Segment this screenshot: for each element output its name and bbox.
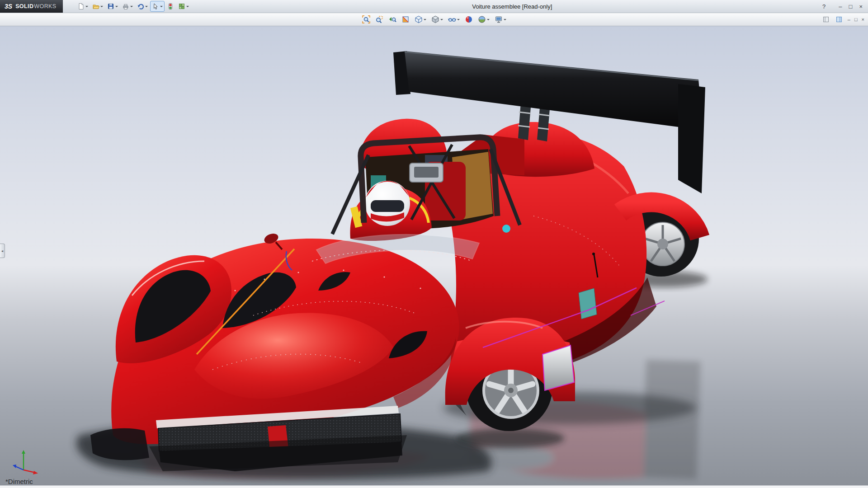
brand-works: WORKS <box>34 3 56 9</box>
view-orientation-button[interactable] <box>413 14 428 25</box>
edit-appearance-button[interactable] <box>463 14 474 25</box>
window-title: Voiture assemblee [Read-only] <box>472 3 552 10</box>
select-dropdown-icon[interactable] <box>160 6 163 9</box>
display-style-dropdown-icon[interactable] <box>440 19 443 22</box>
print-button[interactable] <box>120 1 135 12</box>
display-pane-button[interactable] <box>835 14 844 25</box>
display-pane-icon <box>836 16 842 23</box>
undo-icon <box>137 3 144 10</box>
view-orientation-icon <box>415 15 423 23</box>
feature-panel-collapse-tab[interactable]: ◄ <box>0 244 5 258</box>
options-button[interactable] <box>176 1 191 12</box>
axis-z <box>15 466 24 470</box>
display-style-icon <box>431 15 439 23</box>
strip-right-controls: – □ × <box>821 14 864 25</box>
open-button[interactable] <box>90 1 105 12</box>
section-view-button[interactable] <box>400 14 411 25</box>
section-view-icon <box>401 15 410 23</box>
zoom-to-fit-button[interactable] <box>361 14 372 25</box>
previous-view-icon <box>388 15 396 23</box>
print-dropdown-icon[interactable] <box>130 6 133 9</box>
options-icon <box>178 3 185 10</box>
orientation-triad <box>10 448 39 475</box>
feature-pane-button[interactable] <box>821 14 830 25</box>
open-dropdown-icon[interactable] <box>100 6 103 9</box>
print-icon <box>122 3 129 10</box>
view-toolbar-strip: – □ × <box>0 13 868 26</box>
view-settings-icon <box>495 15 503 23</box>
view-orientation-label: *Dimetric <box>5 478 33 485</box>
standard-toolbar <box>75 1 191 12</box>
apply-scene-dropdown-icon[interactable] <box>487 19 490 22</box>
zoom-to-fit-icon <box>362 15 370 23</box>
display-style-button[interactable] <box>430 14 444 25</box>
feature-pane-icon <box>823 16 829 23</box>
rearview-mirror[interactable] <box>410 163 443 182</box>
view-settings-dropdown-icon[interactable] <box>504 19 506 22</box>
previous-view-button[interactable] <box>387 14 398 25</box>
zoom-to-area-icon <box>375 15 383 23</box>
document-close-button[interactable]: × <box>862 17 864 22</box>
document-restore-button[interactable]: □ <box>854 17 858 22</box>
new-document-icon <box>77 3 85 10</box>
document-minimize-button[interactable]: – <box>848 17 850 22</box>
view-settings-button[interactable] <box>493 14 508 25</box>
hide-show-items-icon <box>448 15 456 23</box>
options-dropdown-icon[interactable] <box>186 6 189 9</box>
new-document-button[interactable] <box>75 1 90 12</box>
new-dropdown-icon[interactable] <box>85 6 88 9</box>
open-icon <box>92 3 99 10</box>
brand-solid: SOLID <box>15 3 33 9</box>
graphics-area[interactable]: ◄ *Dimetric <box>0 26 868 485</box>
status-bar <box>0 485 868 488</box>
axis-x <box>24 470 35 473</box>
window-controls: ? – □ × <box>822 4 868 9</box>
hide-show-items-button[interactable] <box>447 14 461 25</box>
close-button[interactable]: × <box>859 4 863 9</box>
hide-show-dropdown-icon[interactable] <box>457 19 460 22</box>
solidworks-logo: 3S SOLID WORKS <box>0 0 63 13</box>
heads-up-view-toolbar <box>361 14 508 25</box>
undo-button[interactable] <box>135 1 150 12</box>
restore-button[interactable]: □ <box>849 4 853 9</box>
view-orientation-dropdown-icon[interactable] <box>424 19 426 22</box>
apply-scene-icon <box>478 15 486 23</box>
driver-helmet <box>365 181 410 226</box>
save-dropdown-icon[interactable] <box>115 6 118 9</box>
rebuild-button[interactable] <box>165 1 176 12</box>
minimize-button[interactable]: – <box>839 4 842 9</box>
undo-dropdown-icon[interactable] <box>145 6 148 9</box>
solidworks-logo-mark: 3S <box>5 3 12 10</box>
model-voiture-assemblee[interactable] <box>0 26 868 485</box>
title-bar: 3S SOLID WORKS <box>0 0 868 13</box>
edit-appearance-icon <box>465 15 473 23</box>
help-button[interactable]: ? <box>822 4 826 9</box>
save-icon <box>107 3 114 10</box>
zoom-to-area-button[interactable] <box>374 14 385 25</box>
select-button[interactable] <box>150 1 165 12</box>
select-cursor-icon <box>152 3 159 10</box>
apply-scene-button[interactable] <box>476 14 491 25</box>
rebuild-icon <box>167 3 174 10</box>
save-button[interactable] <box>105 1 120 12</box>
